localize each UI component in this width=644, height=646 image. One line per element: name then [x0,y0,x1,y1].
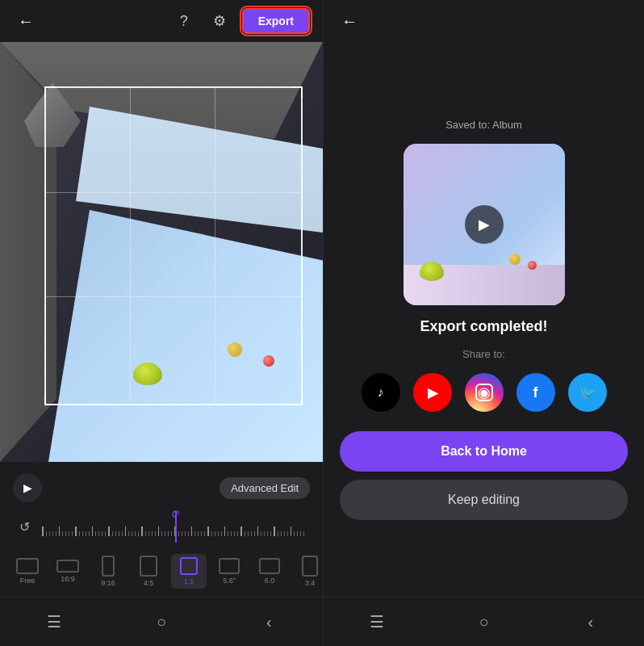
aspect-ratio-label: 9:16 [101,579,115,587]
crop-grid-v2 [215,88,215,404]
aspect-ratio-box [102,556,115,577]
aspect-ratio-item[interactable]: 1:1 [171,554,207,589]
aspect-ratio-row: Free16:99:164:51:15.6"6.03:4 [0,546,323,597]
nav-menu-left[interactable]: ☰ [38,606,70,638]
aspect-ratio-item[interactable]: 3:4 [292,552,323,590]
share-tiktok-button[interactable]: ♪ [362,373,400,412]
ruler-tick [228,531,228,536]
ruler-tick [198,531,199,536]
ruler-tick [112,531,113,536]
play-button[interactable]: ▶ [13,473,42,502]
ruler-tick [261,531,261,536]
aspect-ratio-box [259,558,280,574]
ruler-tick [237,531,238,536]
aspect-ratio-item[interactable]: Free [10,555,45,588]
ruler-tick [125,526,127,536]
ruler-tick [148,531,149,536]
ruler-tick [204,531,205,536]
aspect-ratio-label: 5.6" [223,577,236,585]
ruler-tick [248,531,249,536]
crop-corner-tr [291,86,303,98]
aspect-ratio-label: 3:4 [305,579,316,587]
ruler-tick [92,526,94,536]
help-icon[interactable]: ? [171,8,197,34]
tiktok-icon: ♪ [378,385,384,400]
keep-editing-button[interactable]: Keep editing [340,480,628,520]
settings-icon[interactable]: ⚙ [207,8,232,34]
reset-button[interactable]: ↺ [13,515,36,538]
ruler-tick [254,531,255,536]
timeline-area[interactable]: 0° [42,510,310,543]
ruler-tick [95,531,96,536]
aspect-ratio-box [56,560,79,573]
ruler-tick [79,531,80,536]
back-button[interactable]: ← [13,8,39,34]
ruler-tick [207,526,209,536]
ruler-tick [287,531,288,536]
ruler-tick [185,531,186,536]
share-twitter-button[interactable]: 🐦 [568,373,607,412]
ruler-tick [270,531,271,536]
crop-grid-h1 [46,192,301,193]
ruler-tick [72,531,73,536]
back-to-home-button[interactable]: Back to Home [340,431,628,472]
right-top-bar: ← [324,0,644,42]
thumb-play-button[interactable]: ▶ [465,205,504,244]
share-youtube-button[interactable]: ▶ [413,373,452,412]
right-back-button[interactable]: ← [337,8,362,34]
ruler-tick [115,531,116,536]
ruler-ticks [42,522,307,536]
ruler-tick [128,531,129,536]
aspect-ratio-item[interactable]: 9:16 [90,552,126,590]
ruler-tick [119,531,119,536]
ruler-tick [82,531,83,536]
nav-back-right[interactable]: ‹ [575,606,607,638]
ruler-tick [158,526,160,536]
aspect-ratio-box [219,558,240,574]
thumb-ball-yellow [509,254,521,265]
aspect-ratio-box [180,557,198,575]
ruler-tick [231,531,232,536]
ruler-tick [221,531,222,536]
ruler-tick [224,526,226,536]
nav-home-left[interactable]: ○ [145,606,178,638]
ruler-tick [257,526,259,536]
ruler-tick [218,531,219,536]
thumb-ball-red [528,261,537,270]
top-bar: ← ? ⚙ Export [0,0,323,42]
crop-corner-tl [44,86,56,98]
nav-home-right[interactable]: ○ [467,606,500,638]
aspect-ratio-box [140,556,157,577]
ruler-tick [75,526,77,536]
aspect-ratio-item[interactable]: 16:9 [50,556,86,586]
nav-menu-right[interactable]: ☰ [361,606,393,638]
aspect-ratio-box [16,558,39,574]
ruler-tick [297,531,298,536]
bottom-nav-left: ☰ ○ ‹ [0,597,323,646]
timeline-row: ↺ 0° [0,507,323,546]
aspect-ratio-item[interactable]: 6.0 [252,555,287,588]
ruler-tick [105,531,106,536]
nav-back-left[interactable]: ‹ [253,606,285,638]
ruler-tick [234,531,235,536]
youtube-icon: ▶ [428,385,437,401]
aspect-ratio-item[interactable]: 5.6" [211,555,247,588]
advanced-edit-button[interactable]: Advanced Edit [220,477,310,499]
crop-corner-br [291,394,303,405]
crop-overlay[interactable] [44,86,303,405]
ruler-tick [278,531,278,536]
ruler-tick [194,531,195,536]
ruler-tick [240,526,242,536]
ruler-tick [108,526,110,536]
ruler-tick [138,531,139,536]
video-thumbnail[interactable]: ▶ [404,144,565,305]
action-buttons: Back to Home Keep editing [340,431,628,520]
export-button[interactable]: Export [242,8,310,34]
share-facebook-button[interactable]: f [516,373,555,412]
share-instagram-button[interactable]: ◉ [465,373,504,412]
bottom-nav-right: ☰ ○ ‹ [324,597,644,646]
ruler-tick [264,531,265,536]
facebook-icon: f [533,384,538,401]
aspect-ratio-item[interactable]: 4:5 [131,552,166,590]
crop-grid-h2 [46,296,301,297]
